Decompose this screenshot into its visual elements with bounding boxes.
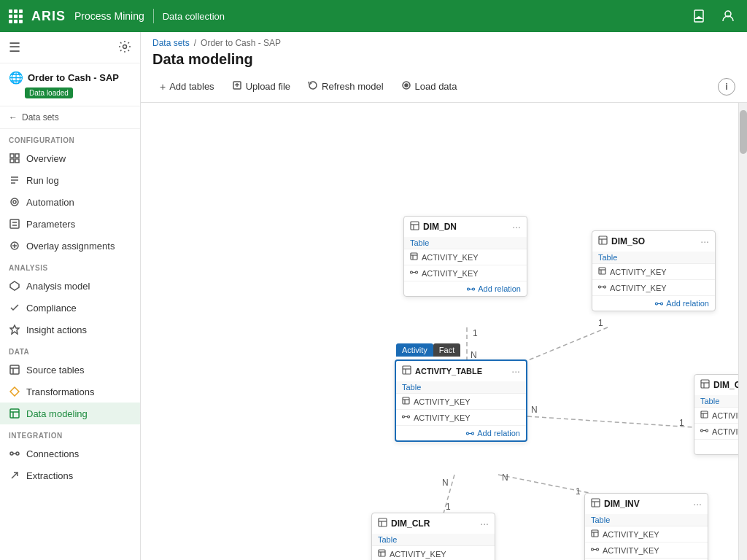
svg-rect-5 — [10, 159, 14, 163]
dim-dn-type: Table — [404, 237, 527, 249]
svg-rect-6 — [15, 159, 19, 163]
svg-point-27 — [10, 452, 13, 455]
scroll-thumb[interactable] — [740, 110, 747, 154]
dim-clr-header: DIM_CLR ··· — [372, 513, 495, 534]
sidebar-item-automation[interactable]: Automation — [0, 191, 140, 213]
extractions-icon — [9, 470, 20, 481]
canvas-connections: 1 N 1 N N 1 N 1 N — [141, 103, 747, 560]
add-tables-button[interactable]: + Add tables — [152, 77, 222, 96]
sidebar-item-source-tables[interactable]: Source tables — [0, 359, 140, 381]
svg-text:1: 1 — [473, 328, 478, 338]
svg-point-10 — [11, 198, 18, 206]
sidebar: ☰ 🌐 Order to Cash - SAP Data loaded ← Da… — [0, 32, 141, 560]
svg-line-30 — [12, 472, 18, 478]
analysis-model-label: Analysis model — [26, 281, 90, 292]
transformations-label: Transformations — [26, 386, 94, 397]
dim-inv-name: DIM_INV — [604, 499, 640, 509]
svg-point-69 — [604, 286, 606, 288]
activity-table-badges: Activity Fact — [396, 343, 460, 357]
info-icon[interactable]: i — [718, 78, 735, 96]
hamburger-icon[interactable]: ☰ — [9, 39, 20, 55]
dim-dn-add-relation[interactable]: Add relation — [404, 281, 527, 296]
sidebar-item-parameters[interactable]: Parameters — [0, 213, 140, 235]
load-data-button[interactable]: Load data — [394, 77, 465, 96]
dim-clr-name: DIM_CLR — [391, 518, 430, 529]
breadcrumb-datasets[interactable]: Data sets — [152, 38, 190, 48]
dim-inv-card[interactable]: DIM_INV ··· Table ACTIVITY_KEY ACTIVITY_… — [584, 493, 708, 560]
source-tables-label: Source tables — [26, 365, 85, 376]
refresh-model-button[interactable]: Refresh model — [301, 77, 391, 96]
app-logo: ARIS — [31, 9, 66, 24]
activity-badge: Activity — [396, 343, 433, 357]
sidebar-item-connections[interactable]: Connections — [0, 443, 140, 464]
key-icon — [598, 267, 606, 276]
sidebar-item-overlay-assignments[interactable]: Overlay assignments — [0, 235, 140, 257]
dim-dn-card[interactable]: DIM_DN ··· Table ACTIVITY_KEY ACTIVITY_K… — [403, 216, 527, 297]
svg-text:1: 1 — [446, 502, 451, 512]
sidebar-item-analysis-model[interactable]: Analysis model — [0, 275, 140, 297]
sidebar-item-run-log[interactable]: Run log — [0, 169, 140, 191]
svg-point-83 — [467, 432, 469, 435]
section-data: DATA — [0, 341, 140, 359]
datasets-link[interactable]: ← Data sets — [0, 106, 140, 129]
refresh-icon — [308, 80, 318, 93]
dim-dn-menu[interactable]: ··· — [512, 221, 521, 233]
insight-icon — [9, 324, 20, 335]
sidebar-item-extractions[interactable]: Extractions — [0, 464, 140, 486]
dim-so-type: Table — [592, 252, 715, 264]
dim-so-card[interactable]: DIM_SO ··· Table ACTIVITY_KEY ACTIVITY_K… — [592, 230, 716, 311]
settings-icon[interactable] — [118, 40, 131, 55]
sidebar-item-transformations[interactable]: Transformations — [0, 381, 140, 402]
sidebar-item-data-modeling[interactable]: Data modeling — [0, 402, 140, 424]
user-icon[interactable] — [718, 6, 738, 26]
table-icon — [378, 518, 387, 529]
activity-table-header: ACTIVITY_TABLE ··· — [396, 361, 526, 381]
grid-menu-icon[interactable] — [9, 9, 23, 23]
canvas-area[interactable]: 1 N 1 N N 1 N 1 N — [141, 103, 747, 560]
dim-clr-card[interactable]: DIM_CLR ··· Table ACTIVITY_KEY ACTIVITY_… — [371, 513, 495, 560]
sidebar-item-insight-actions[interactable]: Insight actions — [0, 319, 140, 341]
svg-rect-62 — [599, 236, 607, 244]
table-icon — [598, 236, 608, 247]
dim-dn-name: DIM_DN — [423, 222, 457, 232]
svg-point-2 — [123, 44, 127, 48]
activity-table-menu[interactable]: ··· — [511, 365, 520, 377]
svg-text:N: N — [502, 472, 508, 483]
svg-point-28 — [16, 452, 19, 455]
breadcrumb: Data sets / Order to Cash - SAP — [141, 32, 747, 50]
main-content: Data sets / Order to Cash - SAP Data mod… — [141, 32, 747, 560]
dim-inv-menu[interactable]: ··· — [693, 498, 702, 510]
table-icon — [410, 221, 419, 233]
dim-dn-key-1: ACTIVITY_KEY — [422, 253, 479, 262]
bookmark-icon[interactable] — [689, 6, 709, 26]
activity-table-card[interactable]: Activity Fact ACTIVITY_TABLE ··· Table — [395, 359, 527, 442]
overview-icon — [9, 152, 20, 164]
relation-icon — [410, 268, 418, 278]
dim-clr-menu[interactable]: ··· — [480, 518, 489, 529]
back-arrow-icon: ← — [9, 112, 18, 122]
overlay-icon — [9, 240, 20, 252]
relation-icon — [402, 413, 410, 422]
dim-so-header: DIM_SO ··· — [592, 231, 715, 252]
sidebar-project: 🌐 Order to Cash - SAP Data loaded — [0, 63, 140, 106]
data-modeling-icon — [9, 408, 20, 419]
dim-dn-key-2: ACTIVITY_KEY — [422, 269, 479, 278]
project-name: 🌐 Order to Cash - SAP — [9, 71, 131, 85]
fact-badge: Fact — [433, 343, 460, 357]
dim-inv-header: DIM_INV ··· — [585, 494, 708, 514]
data-loaded-badge: Data loaded — [25, 88, 73, 98]
sidebar-item-overview[interactable]: Overview — [0, 147, 140, 169]
dim-so-add-relation[interactable]: Add relation — [592, 296, 715, 311]
page-title: Data modeling — [141, 50, 747, 74]
activity-table-add-relation[interactable]: Add relation — [396, 426, 526, 440]
dim-so-menu[interactable]: ··· — [700, 236, 709, 247]
canvas-scrollbar[interactable] — [738, 103, 747, 560]
extractions-label: Extractions — [26, 470, 73, 481]
topbar: ARIS Process Mining Data collection — [0, 0, 747, 32]
svg-point-93 — [706, 429, 708, 432]
sidebar-item-compliance[interactable]: Compliance — [0, 297, 140, 319]
svg-point-84 — [472, 432, 474, 435]
breadcrumb-sep: / — [194, 38, 196, 48]
svg-rect-77 — [403, 397, 409, 404]
upload-file-button[interactable]: Upload file — [225, 77, 298, 96]
